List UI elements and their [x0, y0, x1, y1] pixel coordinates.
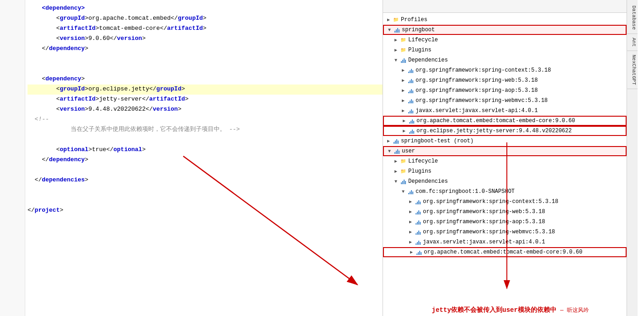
- dep-label: org.springframework:spring-context:5.3.1…: [423, 198, 558, 205]
- dep-icon: [408, 127, 415, 135]
- line: </dependency>: [28, 44, 383, 54]
- tree-item-profiles[interactable]: ▶ 📁 Profiles: [383, 15, 627, 25]
- expand-icon[interactable]: ▶: [400, 117, 408, 124]
- line: <version>9.4.48.v20220622</version>: [28, 105, 383, 115]
- expand-icon[interactable]: ▼: [386, 26, 393, 34]
- xml-bracket: >: [81, 4, 85, 13]
- tree-item-spring-web1[interactable]: ▶ org.springframework:spring-web:5.3.18: [383, 75, 627, 85]
- tree-item-plugins2[interactable]: ▶ 📁 Plugins: [383, 166, 627, 176]
- dep-label: javax.servlet:javax.servlet-api:4.0.1: [416, 107, 538, 114]
- tree-item-springboot-test[interactable]: ▶ springboot-test (root): [383, 136, 627, 146]
- expand-icon[interactable]: ▶: [392, 36, 400, 44]
- tree-item-spring-context1[interactable]: ▶ org.springframework:spring-context:5.3…: [383, 65, 627, 75]
- comment-line: <!--: [28, 115, 383, 125]
- tree-item-fc-springboot[interactable]: ▼ com.fc:springboot:1.0-SNAPSHOT: [383, 186, 627, 197]
- nexchatgpt-tab[interactable]: NexChatGPT: [627, 51, 638, 89]
- code-panel: <dependency> <groupId>org.apache.tomcat.…: [0, 0, 383, 316]
- expand-icon[interactable]: ▶: [400, 67, 407, 74]
- tree-item-spring-webmvc1[interactable]: ▶ org.springframework:spring-webmvc:5.3.…: [383, 96, 627, 106]
- code-text: <optional>true</optional>: [28, 145, 145, 155]
- lifecycle-label: Lifecycle: [408, 158, 438, 164]
- annotation-suffix: — 听这风吟: [560, 307, 588, 314]
- expand-icon[interactable]: ▶: [407, 198, 414, 205]
- code-text: <dependency>: [28, 74, 85, 84]
- line: <optional>true</optional>: [28, 145, 383, 155]
- comment-cn: 当在父子关系中使用此依赖项时，它不会传递到子项目中。 -->: [28, 125, 240, 135]
- tree-item-spring-webmvc2[interactable]: ▶ org.springframework:spring-webmvc:5.3.…: [383, 227, 627, 237]
- expand-icon[interactable]: ▶: [408, 248, 415, 256]
- expand-icon[interactable]: ▶: [392, 158, 400, 165]
- expand-icon[interactable]: ▶: [385, 137, 392, 145]
- module-icon: [400, 56, 407, 64]
- dep-icon: [407, 77, 414, 84]
- tree-item-spring-web2[interactable]: ▶ org.springframework:spring-web:5.3.18: [383, 207, 627, 217]
- code-content: <dependency> <groupId>org.apache.tomcat.…: [0, 0, 383, 220]
- expand-icon[interactable]: ▶: [407, 228, 414, 236]
- module-icon: [393, 26, 400, 34]
- dep-label: org.springframework:spring-webmvc:5.3.18: [423, 229, 555, 235]
- expand-icon[interactable]: ▶: [400, 107, 407, 114]
- code-text: </project>: [28, 206, 63, 215]
- expand-icon[interactable]: ▶: [385, 16, 392, 23]
- dep-label: org.springframework:spring-webmvc:5.3.18: [416, 97, 548, 104]
- dep-icon: [414, 208, 422, 215]
- tree-item-tomcat2[interactable]: ▶ org.apache.tomcat.embed:tomcat-embed-c…: [383, 247, 627, 257]
- deps-label: Dependencies: [408, 178, 448, 185]
- expand-icon[interactable]: ▶: [407, 218, 414, 226]
- plugins-label: Plugins: [408, 47, 431, 53]
- dep-icon: [414, 218, 422, 226]
- tree-item-spring-aop2[interactable]: ▶ org.springframework:spring-aop:5.3.18: [383, 217, 627, 227]
- tree-item-user[interactable]: ▼ user: [383, 146, 627, 156]
- deps-label: Dependencies: [408, 57, 448, 63]
- expand-icon[interactable]: ▶: [392, 168, 400, 175]
- tree-item-spring-context2[interactable]: ▶ org.springframework:spring-context:5.3…: [383, 197, 627, 207]
- tree-item-spring-aop1[interactable]: ▶ org.springframework:spring-aop:5.3.18: [383, 85, 627, 96]
- code-text: <artifactId>tomcat-embed-core</artifactI…: [28, 24, 206, 34]
- expand-icon[interactable]: ▶: [407, 238, 414, 246]
- dep-label: org.eclipse.jetty:jetty-server:9.4.48.v2…: [416, 128, 572, 134]
- dep-icon: [415, 248, 422, 256]
- user-label: user: [402, 148, 415, 154]
- expand-icon[interactable]: ▼: [386, 147, 393, 155]
- xml-tag: dependency: [45, 4, 81, 13]
- profiles-label: Profiles: [401, 17, 427, 23]
- expand-icon[interactable]: ▼: [392, 56, 400, 64]
- tree-item-tomcat1[interactable]: ▶ org.apache.tomcat.embed:tomcat-embed-c…: [383, 116, 627, 126]
- tree-item-lifecycle2[interactable]: ▶ 📁 Lifecycle: [383, 156, 627, 166]
- dep-icon: [407, 107, 414, 114]
- line: <dependency>: [28, 4, 383, 14]
- tree-item-jetty1[interactable]: ▶ org.eclipse.jetty:jetty-server:9.4.48.…: [383, 126, 627, 136]
- expand-icon[interactable]: ▶: [400, 77, 407, 84]
- tree-item-deps2[interactable]: ▼ Dependencies: [383, 176, 627, 186]
- tree-item-javax1[interactable]: ▶ javax.servlet:javax.servlet-api:4.0.1: [383, 106, 627, 116]
- expand-icon[interactable]: ▶: [407, 208, 414, 215]
- annotation-bottom: jetty依赖不会被传入到user模块的依赖中 — 听这风吟: [432, 306, 588, 314]
- folder-icon: 📁: [392, 16, 400, 23]
- tree-content[interactable]: ▶ 📁 Profiles ▼ springboot ▶ 📁 Lifecyc: [383, 13, 627, 259]
- expand-icon[interactable]: ▶: [400, 127, 408, 135]
- dep-label: org.springframework:spring-web:5.3.18: [416, 77, 538, 84]
- dep-icon: [414, 228, 422, 236]
- annotation-text: jetty依赖不会被传入到user模块的依赖中: [432, 306, 556, 314]
- code-text: </dependency>: [28, 44, 89, 54]
- expand-icon[interactable]: ▼: [392, 178, 400, 185]
- tree-item-plugins1[interactable]: ▶ 📁 Plugins: [383, 45, 627, 55]
- line: </dependency>: [28, 155, 383, 165]
- expand-icon[interactable]: ▼: [400, 188, 407, 195]
- tree-item-springboot[interactable]: ▼ springboot: [383, 25, 627, 35]
- dep-label: com.fc:springboot:1.0-SNAPSHOT: [416, 188, 515, 195]
- folder-icon: 📁: [400, 36, 407, 44]
- line: <groupId>org.apache.tomcat.embed</groupI…: [28, 14, 383, 24]
- ant-tab[interactable]: Ant: [627, 34, 638, 51]
- expand-icon[interactable]: ▶: [400, 87, 407, 94]
- code-text: </dependency>: [28, 155, 89, 165]
- database-tab[interactable]: Database: [627, 2, 638, 34]
- expand-icon[interactable]: ▶: [400, 97, 407, 104]
- line: <artifactId>tomcat-embed-core</artifactI…: [28, 24, 383, 34]
- tree-item-lifecycle1[interactable]: ▶ 📁 Lifecycle: [383, 35, 627, 45]
- tree-item-javax2[interactable]: ▶ javax.servlet:javax.servlet-api:4.0.1: [383, 237, 627, 247]
- tree-item-deps1[interactable]: ▼ Dependencies: [383, 55, 627, 65]
- dep-label: org.springframework:spring-aop:5.3.18: [423, 219, 545, 225]
- expand-icon[interactable]: ▶: [392, 46, 400, 54]
- folder-icon: 📁: [400, 158, 407, 165]
